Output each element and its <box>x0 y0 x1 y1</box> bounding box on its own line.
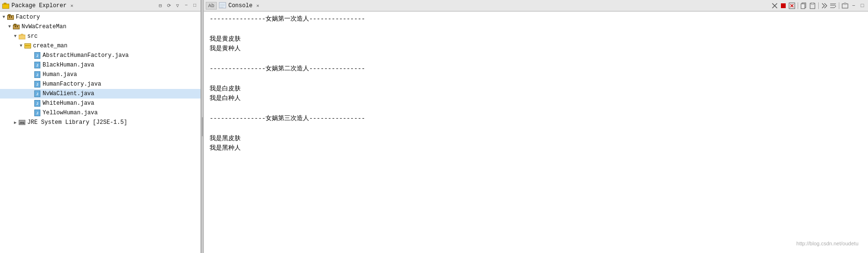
stop-btn[interactable] <box>779 2 787 10</box>
src-toggle[interactable]: ▼ <box>12 34 18 39</box>
yellowhuman-label: YellowHuman.java <box>43 110 98 116</box>
package-explorer-header: Package Explorer ✕ ⊟ ⟳ ▽ − □ <box>0 0 200 11</box>
output-line-1: 我是黄皮肤 <box>210 34 862 44</box>
clear-console-btn[interactable] <box>771 2 779 10</box>
create-man-toggle[interactable]: ▼ <box>18 44 24 48</box>
separator-2: ---------------女娲第二次造人--------------- <box>210 64 862 74</box>
src-label: src <box>27 33 38 40</box>
output-line-5: 我是黑皮肤 <box>210 134 862 144</box>
nvwaclient-icon: J <box>33 90 41 98</box>
svg-text:J: J <box>36 92 38 96</box>
svg-rect-16 <box>25 45 27 46</box>
tree-item-whitehuman[interactable]: ▶ J WhiteHuman.java <box>0 99 200 108</box>
open-console-btn[interactable] <box>841 2 849 10</box>
left-panel: Package Explorer ✕ ⊟ ⟳ ▽ − □ ▼ <box>0 0 201 253</box>
yellowhuman-icon: J <box>33 109 41 117</box>
sync-btn[interactable]: ⟳ <box>165 2 173 10</box>
nvwa-toggle[interactable]: ▼ <box>7 24 12 29</box>
tree-item-factory[interactable]: ▼ Factory <box>0 12 200 22</box>
package-explorer-title-area: Package Explorer ✕ <box>2 2 156 10</box>
right-panel: Ab Console ✕ <box>204 0 868 253</box>
svg-rect-44 <box>220 3 225 8</box>
word-wrap-btn[interactable] <box>829 2 837 10</box>
whitehuman-icon: J <box>33 99 41 107</box>
separator-1: ---------------女娲第一次造人--------------- <box>210 14 862 24</box>
console-header: Ab Console ✕ <box>204 0 868 11</box>
svg-text:J: J <box>36 83 38 86</box>
separator-3: ---------------女娲第三次造人--------------- <box>210 114 862 124</box>
svg-rect-11 <box>15 26 16 27</box>
maximize-console-btn[interactable]: □ <box>858 2 866 10</box>
divider3 <box>839 2 839 9</box>
tree-item-yellowhuman[interactable]: ▶ J YellowHuman.java <box>0 108 200 118</box>
svg-rect-12 <box>17 26 18 27</box>
package-explorer-label: Package Explorer <box>11 2 67 9</box>
svg-rect-17 <box>27 45 29 46</box>
humanfactory-label: HumanFactory.java <box>43 81 101 88</box>
jre-label: JRE System Library [J2SE-1.5] <box>27 119 127 126</box>
tree-item-human[interactable]: ▶ J Human.java <box>0 70 200 79</box>
minimize-btn[interactable]: − <box>182 2 190 10</box>
blackhuman-icon: J <box>33 61 41 69</box>
view-menu-btn[interactable]: ▽ <box>174 2 181 10</box>
scroll-lock-btn[interactable] <box>821 2 828 10</box>
tree-item-jre[interactable]: ▶ JRE JRE System Library [J2SE-1.5] <box>0 118 200 127</box>
svg-rect-57 <box>811 2 814 4</box>
svg-text:J: J <box>36 102 38 105</box>
svg-rect-9 <box>13 25 19 29</box>
collapse-btn[interactable]: ⊟ <box>156 2 164 10</box>
copy-btn[interactable] <box>800 2 808 10</box>
package-tree: ▼ Factory ▼ <box>0 11 200 253</box>
empty-1 <box>210 24 862 34</box>
console-header-right: − □ <box>771 2 866 10</box>
output-line-6: 我是黑种人 <box>210 143 862 154</box>
svg-rect-55 <box>801 4 805 9</box>
tree-item-blackhuman[interactable]: ▶ J BlackHuman.java <box>0 60 200 70</box>
console-content: ---------------女娲第一次造人--------------- 我是… <box>204 11 868 253</box>
svg-rect-61 <box>842 4 848 8</box>
ab-tab[interactable]: Ab <box>206 2 217 10</box>
tree-item-abstract[interactable]: ▶ J AbstractHumanFactory.java <box>0 51 200 60</box>
create-man-icon <box>24 42 32 50</box>
console-header-left: Ab Console ✕ <box>206 2 771 10</box>
svg-text:J: J <box>36 111 38 115</box>
svg-rect-1 <box>3 4 9 8</box>
svg-rect-5 <box>8 14 11 16</box>
create-man-label: create_man <box>33 43 67 49</box>
svg-rect-18 <box>29 45 30 46</box>
svg-rect-50 <box>781 3 786 8</box>
blackhuman-label: BlackHuman.java <box>43 62 94 68</box>
svg-text:JRE: JRE <box>19 121 25 124</box>
minimize-console-btn[interactable]: − <box>850 2 857 10</box>
terminate-btn[interactable] <box>788 2 796 10</box>
package-explorer-close-x[interactable]: ✕ <box>70 3 73 9</box>
paste-btn[interactable] <box>809 2 816 10</box>
console-label: Console <box>228 2 252 9</box>
watermark: http://blog.csdn.net/oudetu <box>796 240 858 248</box>
tree-item-humanfactory[interactable]: ▶ J HumanFactory.java <box>0 79 200 89</box>
header-actions: ⊟ ⟳ ▽ − □ <box>156 2 199 10</box>
console-tab-icon <box>219 2 226 10</box>
tree-item-nvwaclient[interactable]: ▶ J NvWaClient.java <box>0 89 200 99</box>
main-container: Package Explorer ✕ ⊟ ⟳ ▽ − □ ▼ <box>0 0 868 253</box>
tree-item-nvwa[interactable]: ▼ NvWaCreateMan <box>0 22 200 32</box>
tree-item-create-man[interactable]: ▼ create_man <box>0 41 200 51</box>
factory-label: Factory <box>16 14 40 21</box>
abstract-label: AbstractHumanFactory.java <box>43 52 129 59</box>
svg-text:J: J <box>36 73 38 77</box>
jre-toggle[interactable]: ▶ <box>12 120 18 125</box>
human-icon: J <box>33 71 41 78</box>
tree-item-src[interactable]: ▼ src <box>0 32 200 41</box>
svg-rect-4 <box>8 16 13 19</box>
factory-toggle[interactable]: ▼ <box>1 15 7 20</box>
console-close-x[interactable]: ✕ <box>256 3 259 9</box>
empty-2 <box>210 54 862 64</box>
output-line-2: 我是黄种人 <box>210 44 862 54</box>
svg-rect-6 <box>9 16 10 18</box>
empty-4 <box>210 104 862 114</box>
jre-icon: JRE <box>18 119 26 126</box>
humanfactory-icon: J <box>33 80 41 88</box>
maximize-btn[interactable]: □ <box>191 2 199 10</box>
divider1 <box>798 2 798 9</box>
package-explorer-tab-icon <box>2 2 10 10</box>
